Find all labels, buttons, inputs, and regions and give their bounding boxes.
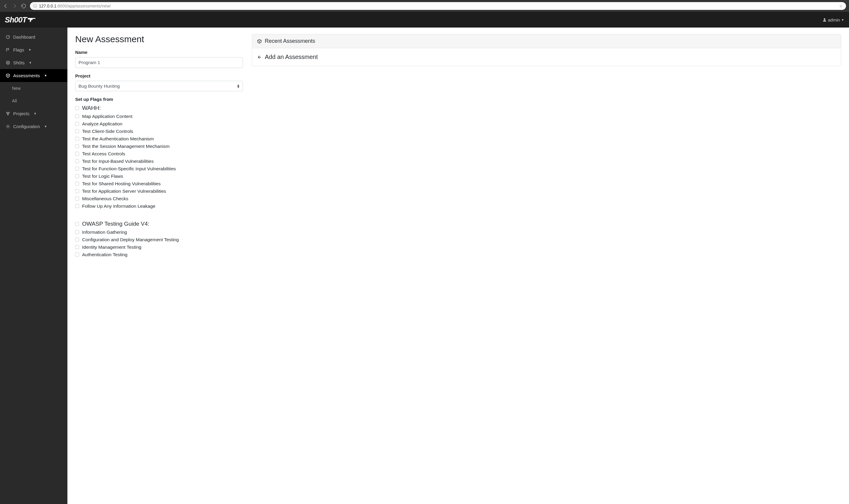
sidebar-item-assessments[interactable]: Assessments▼	[0, 69, 67, 82]
flag-checkbox-item[interactable]: Configuration and Deploy Management Test…	[75, 236, 243, 243]
checkbox[interactable]	[75, 174, 79, 178]
sidebar-item-dashboard[interactable]: Dashboard	[0, 31, 67, 43]
flag-checkbox-item[interactable]: Test for Input-Based Vulnerabilities	[75, 158, 243, 165]
checkbox[interactable]	[75, 253, 79, 256]
flag-item-label: Information Gathering	[82, 230, 127, 235]
sidebar: DashboardFlags▼Sh0ts▼Assessments▼NewAllP…	[0, 28, 67, 504]
flag-group-label: WAHH:	[82, 105, 101, 111]
checkbox[interactable]	[75, 129, 79, 133]
svg-point-2	[7, 62, 9, 64]
project-label: Project	[75, 73, 243, 78]
cube-icon	[257, 39, 262, 44]
checkbox[interactable]	[75, 238, 79, 241]
checkbox[interactable]	[75, 222, 79, 226]
flag-checkbox-item[interactable]: Test for Shared Hosting Vulnerabilities	[75, 180, 243, 187]
flag-item-label: Test the Session Management Mechanism	[82, 144, 170, 149]
sidebar-item-projects[interactable]: Projects▼	[0, 107, 67, 120]
svg-point-6	[7, 126, 8, 127]
caret-down-icon: ▼	[44, 125, 47, 128]
app-topbar: Sh00T admin ▼	[0, 12, 849, 28]
name-input[interactable]	[75, 57, 243, 68]
flag-item-label: Test for Function-Specific Input Vulnera…	[82, 166, 176, 172]
bookmark-star-icon[interactable]: ☆	[839, 4, 843, 8]
user-name: admin	[828, 17, 840, 22]
browser-forward-button[interactable]	[12, 3, 17, 9]
flag-item-label: Follow Up Any Information Leakage	[82, 203, 155, 209]
checkbox[interactable]	[75, 137, 79, 141]
flag-item-label: Analyze Application	[82, 121, 122, 127]
gear-icon	[5, 124, 10, 129]
checkbox[interactable]	[75, 114, 79, 118]
recent-assessments-header: Recent Assessments	[252, 34, 841, 48]
checkbox[interactable]	[75, 167, 79, 170]
brand-text: Sh00T	[5, 15, 27, 24]
flag-checkbox-item[interactable]: Test for Logic Flaws	[75, 173, 243, 180]
flag-item-label: Test for Logic Flaws	[82, 174, 123, 179]
sidebar-item-label: Projects	[13, 111, 29, 116]
checkbox[interactable]	[75, 182, 79, 185]
sidebar-subitem-all[interactable]: All	[0, 94, 67, 107]
checkbox[interactable]	[75, 230, 79, 234]
target-icon	[5, 60, 10, 65]
add-assessment-label: Add an Assessment	[265, 54, 318, 60]
caret-down-icon: ▼	[29, 61, 32, 64]
cube-icon	[5, 73, 10, 78]
browser-back-button[interactable]	[3, 3, 8, 9]
browser-reload-button[interactable]	[21, 3, 27, 9]
checkbox[interactable]	[75, 189, 79, 193]
flag-checkbox-item[interactable]: Information Gathering	[75, 228, 243, 236]
flags-from-label: Set up Flags from	[75, 97, 243, 102]
checkbox[interactable]	[75, 245, 79, 249]
recent-assessments-card: Recent Assessments Add an Assessment	[252, 34, 841, 66]
user-menu[interactable]: admin ▼	[822, 17, 844, 22]
checkbox[interactable]	[75, 159, 79, 163]
recent-assessments-title: Recent Assessments	[265, 38, 315, 44]
add-assessment-link[interactable]: Add an Assessment	[257, 54, 836, 60]
flag-item-label: Test for Application Server Vulnerabilit…	[82, 188, 166, 194]
flag-checkbox-item[interactable]: Miscellaneous Checks	[75, 195, 243, 202]
flag-checkbox-item[interactable]: Authentication Testing	[75, 251, 243, 258]
sidebar-item-label: Configuration	[13, 124, 40, 129]
checkbox[interactable]	[75, 152, 79, 156]
caret-down-icon: ▼	[34, 112, 37, 115]
flag-checkbox-item[interactable]: Test for Function-Specific Input Vulnera…	[75, 165, 243, 173]
flag-item-label: Authentication Testing	[82, 252, 127, 257]
arrow-left-icon	[257, 55, 262, 59]
flag-checkbox-item[interactable]: Analyze Application	[75, 120, 243, 127]
flag-item-label: Test for Shared Hosting Vulnerabilities	[82, 181, 160, 186]
checkbox[interactable]	[75, 197, 79, 200]
checkbox[interactable]	[75, 204, 79, 208]
flag-item-label: Test Access Controls	[82, 151, 125, 157]
site-info-icon[interactable]: ⓘ	[33, 3, 37, 9]
caret-down-icon: ▼	[841, 18, 844, 21]
brand-logo[interactable]: Sh00T	[5, 15, 36, 24]
sidebar-item-sh0ts[interactable]: Sh0ts▼	[0, 56, 67, 69]
flag-checkbox-item[interactable]: Test Access Controls	[75, 150, 243, 158]
sidebar-item-flags[interactable]: Flags▼	[0, 43, 67, 56]
svg-point-1	[6, 61, 9, 64]
checkbox[interactable]	[75, 106, 79, 110]
flag-checkbox-item[interactable]: Map Application Content	[75, 112, 243, 120]
flag-checkbox-item[interactable]: Test the Authentication Mechanism	[75, 135, 243, 142]
flag-group-label: OWASP Testing Guide V4:	[82, 220, 150, 227]
flag-checkbox-item[interactable]: Follow Up Any Information Leakage	[75, 202, 243, 210]
sidebar-item-configuration[interactable]: Configuration▼	[0, 120, 67, 133]
project-icon	[5, 111, 10, 116]
flag-item-label: Test the Authentication Mechanism	[82, 136, 154, 142]
checkbox[interactable]	[75, 122, 79, 126]
checkbox[interactable]	[75, 144, 79, 148]
flag-checkbox-item[interactable]: Test the Session Management Mechanism	[75, 142, 243, 150]
flag-group-title[interactable]: WAHH:	[75, 105, 243, 111]
flag-item-label: Map Application Content	[82, 114, 133, 119]
flag-checkbox-item[interactable]: Test Client-Side Controls	[75, 127, 243, 135]
address-bar[interactable]: ⓘ 127.0.0.1:8000/app/assessments/new/ ☆	[30, 2, 846, 10]
project-select[interactable]: Bug Bounty Hunting	[75, 81, 243, 91]
flag-checkbox-item[interactable]: Identity Management Testing	[75, 243, 243, 251]
flag-group-title[interactable]: OWASP Testing Guide V4:	[75, 220, 243, 227]
user-icon	[822, 18, 827, 22]
sidebar-subitem-new[interactable]: New	[0, 82, 67, 94]
sidebar-item-label: Assessments	[13, 73, 40, 78]
sidebar-item-label: Dashboard	[13, 34, 35, 39]
gun-icon	[28, 17, 36, 22]
flag-checkbox-item[interactable]: Test for Application Server Vulnerabilit…	[75, 187, 243, 195]
